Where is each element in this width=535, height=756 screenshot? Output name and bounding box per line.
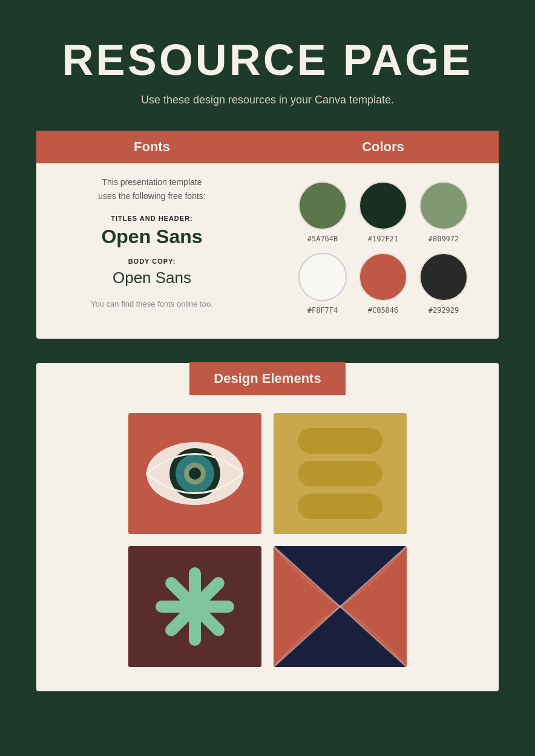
colors-section-header: Colors (268, 131, 499, 163)
fonts-section-header: Fonts (36, 131, 268, 163)
color-item-6: #292929 (419, 253, 468, 314)
color-hex-6: #292929 (428, 306, 459, 314)
bottom-resource-card: Design Elements (36, 363, 499, 691)
design-element-squiggle (274, 413, 407, 534)
color-circle-2 (359, 181, 407, 230)
color-hex-2: #192F21 (368, 235, 399, 243)
svg-rect-6 (298, 428, 382, 454)
color-item-4: #F8F7F4 (298, 253, 347, 314)
color-hex-5: #C05846 (368, 306, 399, 314)
titles-header-label: TITLES AND HEADER: (111, 215, 193, 222)
page-title: RESOURCE PAGE (62, 36, 473, 84)
color-hex-4: #F8F7F4 (307, 306, 338, 314)
color-item-2: #192F21 (359, 181, 407, 243)
color-circle-1 (298, 181, 347, 230)
color-hex-3: #809972 (428, 235, 459, 243)
svg-rect-7 (298, 461, 382, 486)
body-copy-label: BODY COPY: (128, 258, 176, 265)
top-resource-card: Fonts This presentation template uses th… (36, 131, 499, 339)
color-circle-4 (298, 253, 347, 301)
svg-rect-8 (298, 494, 382, 519)
body-font-display: Open Sans (113, 269, 191, 287)
bowtie-svg (274, 546, 407, 667)
fonts-footer: You can find these fonts online too. (91, 299, 213, 308)
design-element-asterisk (128, 546, 261, 667)
color-hex-1: #5A764B (307, 235, 338, 243)
colors-grid: #5A764B #192F21 #809972 #F8F7F4 #C05846 (286, 175, 480, 321)
color-item-1: #5A764B (298, 181, 347, 243)
fonts-section: Fonts This presentation template uses th… (36, 131, 268, 339)
color-circle-5 (359, 253, 407, 301)
titles-font-display: Open Sans (101, 226, 202, 248)
svg-point-4 (189, 468, 201, 480)
color-circle-6 (419, 253, 468, 301)
design-elements-grid (92, 413, 443, 667)
design-element-eye (128, 413, 261, 534)
asterisk-svg (128, 546, 261, 667)
fonts-description: This presentation template uses the foll… (98, 175, 205, 203)
color-circle-3 (419, 181, 468, 230)
color-item-5: #C05846 (359, 253, 407, 314)
squiggle-svg (274, 413, 407, 534)
page-subtitle: Use these design resources in your Canva… (141, 94, 394, 106)
design-element-bowtie (274, 546, 407, 667)
eye-svg (128, 413, 261, 534)
color-item-3: #809972 (419, 181, 468, 243)
colors-section: Colors #5A764B #192F21 #809972 #F8F7F4 (268, 131, 499, 339)
design-elements-header: Design Elements (189, 362, 345, 395)
